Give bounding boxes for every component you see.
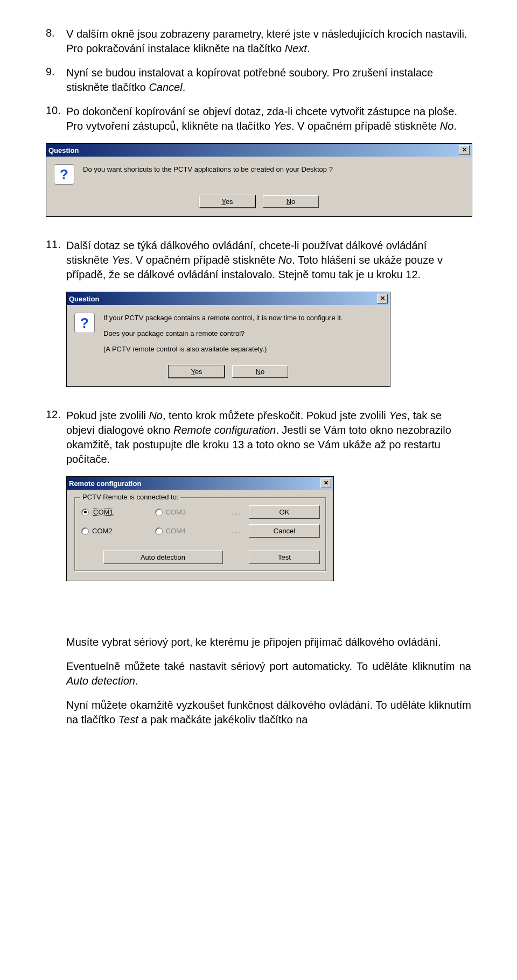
italic: Next [285,43,307,54]
text: . V opačném případě stiskněte [291,120,440,132]
label-part: to detection [149,553,185,561]
mnemonic: O [280,508,285,516]
mnemonic: N [287,198,291,206]
radio-icon [155,527,163,535]
step-12: 12. Pokud jste zvolili No, tento krok mů… [46,408,471,467]
label-rest: es [195,368,202,376]
text: . [307,43,310,54]
step-text: Nyní se budou instalovat a kopírovat pot… [66,66,471,95]
radio-icon [155,509,163,516]
label-part: A [141,553,145,561]
line: If your PCTV package contains a remote c… [103,313,382,324]
radio-label: COM1 [92,508,115,516]
titlebar[interactable]: Question ✕ [67,292,390,305]
question-icon: ? [74,313,95,333]
no-button[interactable]: No [263,195,319,208]
ok-button[interactable]: OK [249,505,320,519]
step-11: 11. Další dotaz se týká dálkového ovládá… [46,238,471,282]
label-rest: es [226,198,233,206]
question-dialog-shortcuts: Question ✕ ? Do you want shortcuts to th… [46,143,472,217]
step-text: V dalším okně jsou zobrazeny parametry, … [66,27,471,56]
ellipsis: ... [228,508,244,516]
step-9: 9. Nyní se budou instalovat a kopírovat … [46,66,471,95]
label-rest: o [261,368,264,376]
step-number: 8. [46,27,66,56]
step-text: Další dotaz se týká dálkového ovládání, … [66,238,471,282]
step-number: 9. [46,66,66,95]
dialog-message: Do you want shortcuts to the PCTV applic… [83,164,464,185]
ellipsis: ... [228,527,244,535]
text: . [135,675,138,687]
no-button[interactable]: No [232,365,288,378]
italic: No [149,410,163,421]
label-rest: est [282,553,291,561]
titlebar[interactable]: Question ✕ [46,144,472,157]
titlebar[interactable]: Remote configuration ✕ [67,477,333,490]
step-number: 12. [46,408,66,467]
italic: Yes [389,410,407,421]
auto-detection-button[interactable]: Auto detection [103,551,223,564]
dialog-title: Question [69,295,99,303]
step-8: 8. V dalším okně jsou zobrazeny parametr… [46,27,471,56]
mnemonic: Y [191,368,194,376]
groupbox-label: PCTV Remote is connected to: [80,493,180,501]
radio-icon [81,527,89,535]
dialog-title: Remote configuration [69,480,141,488]
close-icon[interactable]: ✕ [459,145,470,155]
step-number: 11. [46,238,66,282]
italic: Cancel [149,81,182,93]
italic: Auto detection [66,675,135,687]
close-icon[interactable]: ✕ [320,478,331,488]
mnemonic: Y [221,198,225,206]
yes-button[interactable]: Yes [169,365,225,378]
italic: No [440,120,454,132]
radio-label: COM3 [166,508,186,516]
label-rest: o [291,198,295,206]
question-icon: ? [54,164,74,185]
cancel-button[interactable]: Cancel [249,524,320,538]
question-dialog-remote: Question ✕ ? If your PCTV package contai… [66,292,390,387]
text: Nyní se budou instalovat a kopírovat pot… [66,67,433,93]
radio-label: COM2 [92,527,113,535]
step-text: Pokud jste zvolili No, tento krok můžete… [66,408,471,467]
radio-com1[interactable]: COM1 [81,508,151,516]
close-icon[interactable]: ✕ [377,294,388,304]
italic: Test [118,714,138,725]
text: Eventuelně můžete také nastavit sériový … [66,660,471,672]
footer-paragraph-3: Nyní můžete okamžitě vyzkoušet funkčnost… [66,698,471,727]
mnemonic: u [145,553,149,561]
dialog-message: If your PCTV package contains a remote c… [103,313,382,355]
radio-com2[interactable]: COM2 [81,527,151,535]
label-rest: K [285,508,290,516]
connection-groupbox: PCTV Remote is connected to: COM1 COM3 .… [74,497,326,571]
remote-configuration-dialog: Remote configuration ✕ PCTV Remote is co… [66,476,334,581]
text: Pokud jste zvolili [66,410,149,421]
italic: Yes [111,254,129,266]
radio-label: COM4 [166,527,186,535]
text: . [453,120,457,132]
line: (A PCTV remote control is also available… [103,344,382,355]
step-text: Po dokončení kopírování se objeví dotaz,… [66,104,471,133]
yes-button[interactable]: Yes [199,195,255,208]
step-10: 10. Po dokončení kopírování se objeví do… [46,104,471,133]
radio-com4: COM4 [155,527,225,535]
label-rest: ancel [278,527,295,535]
text: . [183,81,186,93]
mnemonic: C [274,527,278,535]
step-number: 10. [46,104,66,133]
italic: Yes [274,120,291,132]
mnemonic: N [256,368,261,376]
footer-paragraph-1: Musíte vybrat sériový port, ke kterému j… [66,635,471,650]
line: Does your package contain a remote contr… [103,328,382,340]
text: V dalším okně jsou zobrazeny parametry, … [66,28,467,54]
radio-icon [81,509,89,516]
text: . V opačném případě stiskněte [130,254,278,266]
radio-com3: COM3 [155,508,225,516]
footer-paragraph-2: Eventuelně můžete také nastavit sériový … [66,659,471,688]
italic: No [278,254,292,266]
test-button[interactable]: Test [249,551,320,564]
text: a pak mačkáte jakékoliv tlačítko na [138,714,308,725]
italic: Remote configuration [173,424,276,436]
text: , tento krok můžete přeskočit. Pokud jst… [163,410,389,421]
dialog-title: Question [48,146,79,154]
